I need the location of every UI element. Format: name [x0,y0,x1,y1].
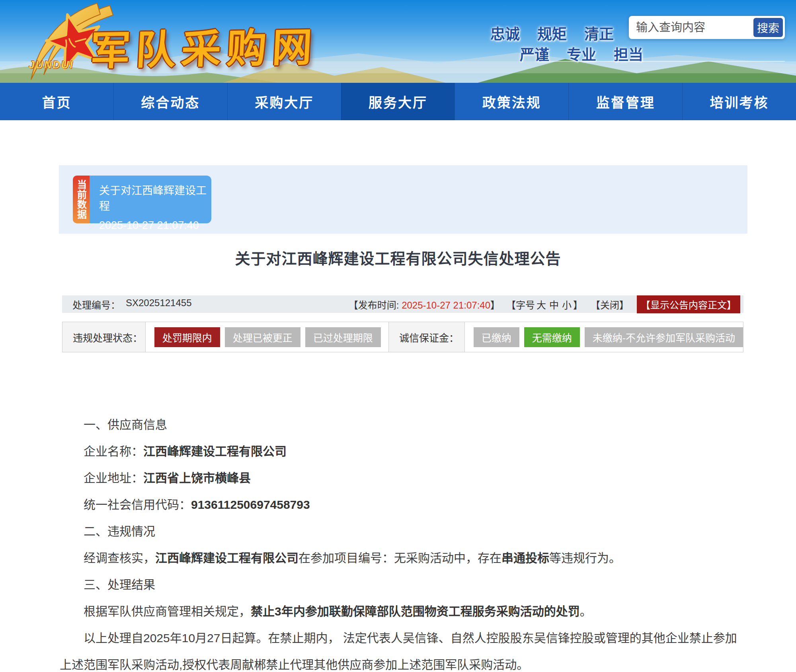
close-link[interactable]: 【关闭】 [591,297,629,311]
search-button[interactable]: 搜索 [753,18,783,37]
article-text-bold: 串通投标 [501,551,549,565]
font-size-small-link[interactable]: 小 [562,300,572,311]
publish-time-value: 2025-10-27 21:07:40 [402,300,490,311]
current-data-tag: 当前数据 [73,176,90,223]
article-paragraph: 统一社会信用代码：913611250697458793 [60,491,738,518]
article-paragraph: 经调查核实，江西峰辉建设工程有限公司在参加项目编号：无采购活动中，存在串通投标等… [60,545,738,571]
meta-bar: 处理编号： SX2025121455 【发布时间: 2025-10-27 21:… [62,295,743,313]
article-paragraph: 企业地址：江西省上饶市横峰县 [60,465,738,491]
meta-controls: 【发布时间: 2025-10-27 21:07:40】 【字号大中小】 【关闭】… [349,295,743,313]
page-title: 关于对江西峰辉建设工程有限公司失信处理公告 [0,246,796,268]
article-paragraph: 根据军队供应商管理相关规定，禁止3年内参加联勤保障部队范围物资工程服务采购活动的… [60,598,738,625]
nav-item-policies[interactable]: 政策法规 [455,83,568,120]
article-paragraph: 一、供应商信息 [60,411,738,438]
nav-item-procurement-hall[interactable]: 采购大厅 [227,83,341,120]
article-text: 以上处理自2025年10月27日起算。在禁止期内， 法定代表人吴信锋、自然人控股… [60,631,737,671]
nav-item-home[interactable]: 首页 [0,83,113,120]
article-text: 。 [580,605,592,618]
violation-status-options: 处罚期限内 处理已被更正 已过处理期限 [146,322,388,352]
font-size-large-link[interactable]: 大 [537,300,546,311]
font-size-label: 【字号 [506,300,535,311]
article-paragraph: 三、处理结果 [60,571,738,598]
slogan-row-1: 忠诚 规矩 清正 [490,22,614,44]
font-size-suffix: 】 [573,300,583,311]
process-number: 处理编号： SX2025121455 [62,297,192,311]
nav-item-training[interactable]: 培训考核 [682,83,796,120]
show-announcement-content-button[interactable]: 【显示公告内容正文】 [637,295,740,313]
font-size-control: 【字号大中小】 [506,297,583,311]
current-data-title: 关于对江西峰辉建设工程 [99,182,211,213]
nav-item-service-hall[interactable]: 服务大厅 [341,83,455,120]
violation-status-label: 违规处理状态： [62,322,146,352]
process-number-value: SX2025121455 [126,297,192,311]
article-text-bold: 江西峰辉建设工程有限公司 [143,445,287,458]
publish-time-prefix: 【发布时间: [349,300,399,311]
current-data-body: 关于对江西峰辉建设工程 2025-10-27 21:07:40 [90,176,211,223]
article-text: 企业名称： [84,445,143,458]
nav-item-supervision[interactable]: 监督管理 [568,83,682,120]
article-text-bold: 禁止3年内参加联勤保障部队范围物资工程服务采购活动的处罚 [251,605,580,618]
article-text: 统一社会信用代码： [84,498,191,511]
article-text-bold: 江西省上饶市横峰县 [143,471,251,484]
status-corrected[interactable]: 处理已被更正 [225,327,300,347]
current-data-panel: 当前数据 关于对江西峰辉建设工程 2025-10-27 21:07:40 [59,165,747,234]
deposit-paid[interactable]: 已缴纳 [474,327,519,347]
article-paragraph: 企业名称：江西峰辉建设工程有限公司 [60,438,738,465]
main-nav: 首页 综合动态 采购大厅 服务大厅 政策法规 监督管理 培训考核 [0,83,796,120]
current-data-badge: 当前数据 关于对江西峰辉建设工程 2025-10-27 21:07:40 [73,176,211,223]
deposit-not-required[interactable]: 无需缴纳 [524,327,580,347]
logo-jundui-text: JUNDUI [29,59,74,71]
article-text-bold: 江西峰辉建设工程有限公司 [155,551,298,565]
search-box: 搜索 [629,16,785,39]
article-text: 三、处理结果 [84,578,155,591]
header-divider-line [541,61,785,62]
font-size-medium-link[interactable]: 中 [549,300,559,311]
article-text: 等违规行为。 [549,551,621,565]
article-text: 根据军队供应商管理相关规定， [84,605,251,618]
deposit-unpaid-banned[interactable]: 未缴纳-不允许参加军队采购活动 [585,327,743,347]
current-data-time: 2025-10-27 21:07:40 [99,219,211,232]
article-text: 经调查核实， [84,551,155,565]
article-text: 二、违规情况 [84,525,155,538]
site-header: 八一 JUNDUI 军队采购网 忠诚 规矩 清正 严谨 专业 担当 搜索 [0,0,796,83]
status-table: 违规处理状态： 处罚期限内 处理已被更正 已过处理期限 诚信保证金： 已缴纳 无… [62,322,743,352]
slogan-word: 忠诚 [490,22,520,44]
article-text: 企业地址： [84,471,143,484]
deposit-options: 已缴纳 无需缴纳 未缴纳-不允许参加军队采购活动 [465,322,743,352]
nav-item-news[interactable]: 综合动态 [113,83,227,120]
deposit-label: 诚信保证金： [388,322,465,352]
status-period-expired[interactable]: 已过处理期限 [305,327,381,347]
article-body: 一、供应商信息企业名称：江西峰辉建设工程有限公司企业地址：江西省上饶市横峰县统一… [60,411,738,672]
status-within-penalty-period[interactable]: 处罚期限内 [154,327,220,347]
site-name: 军队采购网 [89,15,319,76]
article-text: 在参加项目编号：无采购活动中，存在 [298,551,501,565]
article-paragraph: 二、违规情况 [60,518,738,545]
process-number-label: 处理编号： [72,297,120,311]
slogan-word: 规矩 [537,22,567,44]
article-paragraph: 以上处理自2025年10月27日起算。在禁止期内， 法定代表人吴信锋、自然人控股… [60,625,738,672]
article-text: 一、供应商信息 [84,418,167,431]
article-text-bold: 913611250697458793 [191,498,310,511]
slogan-word: 清正 [584,22,614,44]
publish-time: 【发布时间: 2025-10-27 21:07:40】 [349,297,500,311]
page: 八一 JUNDUI 军队采购网 忠诚 规矩 清正 严谨 专业 担当 搜索 首页 … [0,0,796,672]
publish-time-suffix: 】 [490,300,500,311]
